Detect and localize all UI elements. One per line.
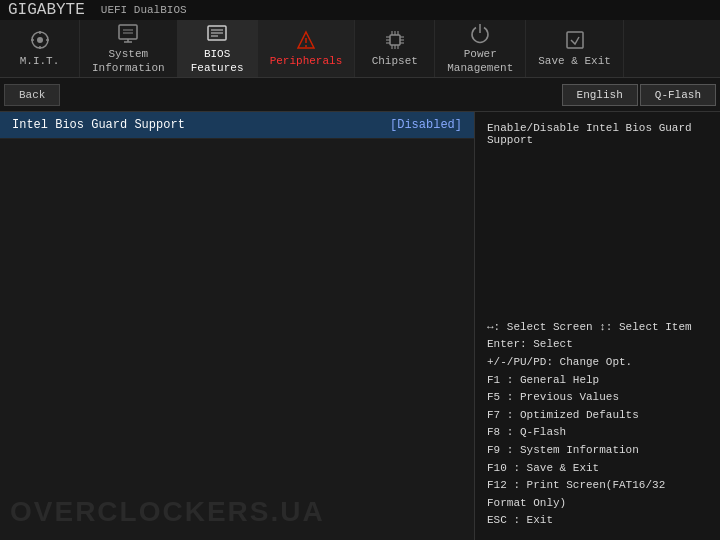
nav-peripherals[interactable]: Peripherals bbox=[258, 20, 356, 77]
key-list: ↔: Select Screen ↕: Select Item Enter: S… bbox=[487, 319, 708, 530]
key-f12: F12 : Print Screen(FAT16/32 Format Only) bbox=[487, 479, 665, 509]
toolbar: Back English Q-Flash bbox=[0, 78, 720, 112]
mit-label: M.I.T. bbox=[20, 54, 60, 68]
nav-power[interactable]: PowerManagement bbox=[435, 20, 526, 77]
setting-label: Intel Bios Guard Support bbox=[12, 118, 390, 132]
key-f8: F8 : Q-Flash bbox=[487, 426, 566, 438]
right-content: Enable/Disable Intel Bios Guard Support … bbox=[487, 122, 708, 530]
bios-features-icon bbox=[206, 22, 228, 44]
key-line-f7: F7 : Optimized Defaults bbox=[487, 407, 708, 425]
peripherals-label: Peripherals bbox=[270, 54, 343, 68]
key-line-f10: F10 : Save & Exit bbox=[487, 460, 708, 478]
key-enter: Enter: Select bbox=[487, 338, 573, 350]
key-line-esc: ESC : Exit bbox=[487, 512, 708, 530]
chipset-label: Chipset bbox=[372, 54, 418, 68]
bios-features-label: BIOSFeatures bbox=[191, 47, 244, 76]
save-exit-icon bbox=[564, 29, 586, 51]
topbar: GIGABYTE UEFI DualBIOS bbox=[0, 0, 720, 20]
brand-logo: GIGABYTE bbox=[8, 1, 85, 19]
svg-rect-32 bbox=[567, 32, 583, 48]
svg-point-17 bbox=[305, 45, 307, 47]
key-f10: F10 : Save & Exit bbox=[487, 462, 599, 474]
key-f1: F1 : General Help bbox=[487, 374, 599, 386]
key-f7: F7 : Optimized Defaults bbox=[487, 409, 639, 421]
mit-icon bbox=[29, 29, 51, 51]
system-info-label: SystemInformation bbox=[92, 47, 165, 76]
back-button[interactable]: Back bbox=[4, 84, 60, 106]
nav-save-exit[interactable]: Save & Exit bbox=[526, 20, 624, 77]
svg-rect-6 bbox=[119, 25, 137, 39]
key-line-f9: F9 : System Information bbox=[487, 442, 708, 460]
svg-point-1 bbox=[37, 37, 43, 43]
key-line-arrows: ↔: Select Screen ↕: Select Item bbox=[487, 319, 708, 337]
key-f5: F5 : Previous Values bbox=[487, 391, 619, 403]
navbar: M.I.T. SystemInformation BIOSFeatures bbox=[0, 20, 720, 78]
setting-intel-bios-guard[interactable]: Intel Bios Guard Support [Disabled] bbox=[0, 112, 474, 139]
nav-chipset[interactable]: Chipset bbox=[355, 20, 435, 77]
key-esc: ESC : Exit bbox=[487, 514, 553, 526]
qflash-button[interactable]: Q-Flash bbox=[640, 84, 716, 106]
key-line-f12: F12 : Print Screen(FAT16/32 Format Only) bbox=[487, 477, 708, 512]
power-label: PowerManagement bbox=[447, 47, 513, 76]
nav-bios-features[interactable]: BIOSFeatures bbox=[178, 20, 258, 77]
svg-rect-18 bbox=[390, 35, 400, 45]
save-exit-label: Save & Exit bbox=[538, 54, 611, 68]
right-panel: Enable/Disable Intel Bios Guard Support … bbox=[475, 112, 720, 540]
peripherals-icon bbox=[295, 29, 317, 51]
nav-system-info[interactable]: SystemInformation bbox=[80, 20, 178, 77]
key-change: +/-/PU/PD: Change Opt. bbox=[487, 356, 632, 368]
key-line-change: +/-/PU/PD: Change Opt. bbox=[487, 354, 708, 372]
key-arrows: ↔: Select Screen ↕: Select Item bbox=[487, 321, 692, 333]
bios-label: UEFI DualBIOS bbox=[101, 4, 187, 16]
language-button[interactable]: English bbox=[562, 84, 638, 106]
chipset-icon bbox=[384, 29, 406, 51]
main-content: Intel Bios Guard Support [Disabled] Enab… bbox=[0, 112, 720, 540]
nav-mit[interactable]: M.I.T. bbox=[0, 20, 80, 77]
key-line-enter: Enter: Select bbox=[487, 336, 708, 354]
power-icon bbox=[469, 22, 491, 44]
key-f9: F9 : System Information bbox=[487, 444, 639, 456]
left-panel: Intel Bios Guard Support [Disabled] bbox=[0, 112, 475, 540]
key-line-f1: F1 : General Help bbox=[487, 372, 708, 390]
key-line-f5: F5 : Previous Values bbox=[487, 389, 708, 407]
setting-value: [Disabled] bbox=[390, 118, 462, 132]
system-info-icon bbox=[117, 22, 139, 44]
help-description: Enable/Disable Intel Bios Guard Support bbox=[487, 122, 708, 146]
key-line-f8: F8 : Q-Flash bbox=[487, 424, 708, 442]
